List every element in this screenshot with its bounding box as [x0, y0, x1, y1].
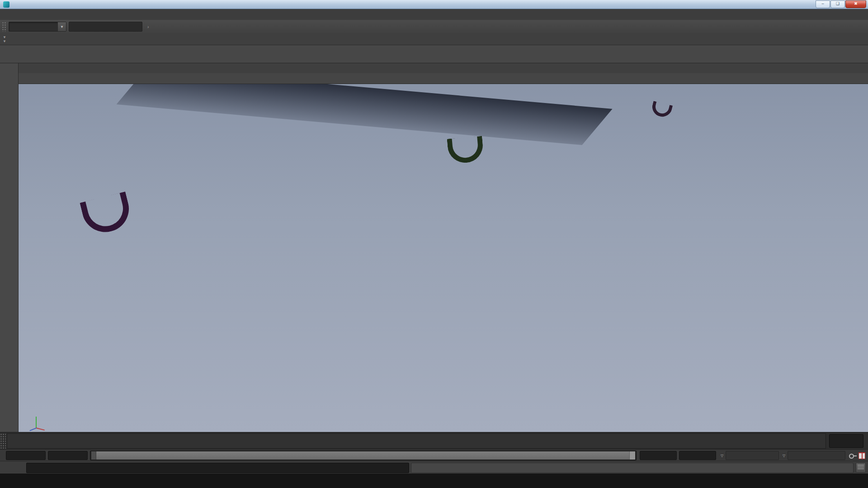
crate-handle-loop [80, 192, 134, 237]
shelf-icon-row [0, 45, 868, 63]
panel-toolbar [19, 73, 868, 84]
anim-layer-selector[interactable] [726, 451, 779, 460]
maya-app-icon [3, 1, 9, 8]
toolbox [0, 63, 19, 432]
crate-handle-right [448, 138, 484, 164]
restore-button[interactable]: ❏ [830, 0, 845, 8]
shelf-menu-icon[interactable]: ▼▼ [3, 35, 6, 43]
animation-start-field[interactable] [6, 451, 46, 460]
command-line-row [0, 461, 868, 474]
minimize-button[interactable]: – [816, 0, 830, 8]
crate-handle-left [82, 192, 135, 238]
close-button[interactable]: ✖ [845, 0, 866, 8]
main-menubar [0, 9, 868, 20]
current-time-field[interactable] [829, 434, 863, 448]
status-line: ▼ › [0, 20, 868, 34]
menu-set-selector[interactable]: ▼ [9, 22, 66, 32]
perspective-viewport[interactable] [19, 63, 868, 432]
status-line-grip[interactable] [2, 22, 7, 32]
command-line-result [411, 463, 854, 473]
window-controls: –❏✖ [815, 0, 866, 8]
character-set-selector[interactable] [788, 451, 845, 460]
x-axis-icon [36, 427, 45, 431]
range-end-handle[interactable] [629, 451, 635, 460]
animation-preferences-icon[interactable] [859, 452, 865, 459]
playback-end-field[interactable] [640, 451, 677, 460]
range-slider-bar[interactable] [91, 451, 635, 460]
panel-menubar [19, 63, 868, 74]
auto-keyframe-icon[interactable] [848, 451, 857, 460]
crate-handle-loop [650, 101, 673, 119]
live-surface-field[interactable] [69, 22, 142, 32]
chevron-down-icon[interactable]: ▽ [780, 454, 788, 458]
crate-handle-loop [447, 136, 485, 164]
view-axis-gizmo [27, 413, 47, 428]
time-slider [0, 432, 868, 450]
range-slider-row: ▽ ▽ [0, 449, 868, 461]
window-titlebar: –❏✖ [0, 0, 868, 9]
y-axis-icon [36, 417, 37, 428]
playback-start-field[interactable] [48, 451, 88, 460]
chevron-down-icon[interactable]: ▽ [718, 454, 726, 458]
chevron-down-icon[interactable]: ▼ [57, 22, 66, 31]
z-axis-icon [29, 427, 37, 431]
range-slider-track[interactable] [90, 450, 637, 460]
taskbar [0, 474, 868, 488]
script-editor-icon[interactable] [856, 463, 866, 473]
crate-handle-far [650, 102, 672, 119]
time-slider-grip[interactable] [0, 433, 6, 449]
shelf-tab-bar: ▼▼ [0, 33, 868, 45]
command-line-input[interactable] [26, 463, 409, 473]
playback-controls [866, 432, 868, 450]
animation-end-field[interactable] [679, 451, 716, 460]
frame-ruler[interactable] [7, 433, 826, 449]
section-collapse-icon[interactable]: › [145, 24, 151, 29]
range-start-handle[interactable] [91, 451, 96, 460]
